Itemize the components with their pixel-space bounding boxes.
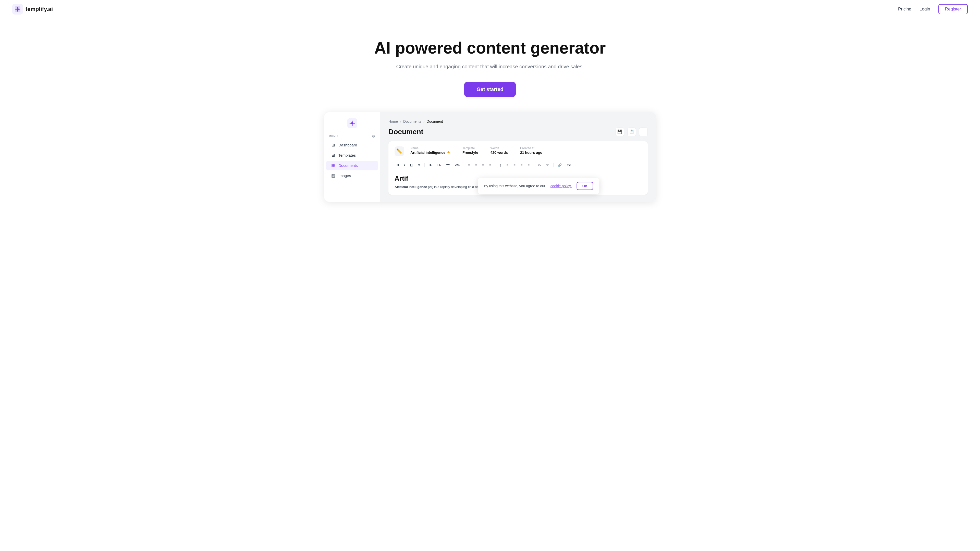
toolbar-quote[interactable]: ❝❝	[444, 162, 452, 168]
documents-icon: ▦	[331, 163, 335, 168]
doc-actions: 💾 📋 ⋯	[616, 127, 648, 136]
toolbar-list-ol[interactable]: ≡	[473, 162, 479, 168]
doc-title: Document	[388, 128, 423, 136]
hero-subtitle: Create unique and engaging content that …	[12, 64, 968, 70]
sidebar: MENU ⚙ ⊞ Dashboard ⊞ Templates ▦ Documen…	[324, 112, 380, 202]
toolbar-strikethrough[interactable]: G	[415, 162, 422, 168]
breadcrumb-home[interactable]: Home	[388, 119, 398, 124]
toolbar-h1[interactable]: H₁	[427, 162, 434, 168]
doc-created-value: 21 hours ago	[520, 151, 542, 155]
sidebar-item-images[interactable]: ▨ Images	[326, 171, 378, 181]
toolbar-align-j[interactable]: ≡	[511, 162, 517, 168]
doc-meta-fields: Name Artificial intelligence ★ Template …	[410, 146, 641, 155]
toolbar-indent[interactable]: ≡	[519, 162, 525, 168]
pricing-link[interactable]: Pricing	[898, 6, 912, 12]
app-preview-wrapper: MENU ⚙ ⊞ Dashboard ⊞ Templates ▦ Documen…	[0, 112, 980, 218]
sidebar-item-dashboard[interactable]: ⊞ Dashboard	[326, 140, 378, 150]
doc-created-field: Created at 21 hours ago	[520, 146, 542, 155]
main-content: Home › Documents › Document Document 💾 📋…	[380, 112, 656, 202]
doc-words-value: 420 words	[490, 151, 508, 155]
toolbar-bold[interactable]: B	[395, 162, 401, 168]
svg-point-2	[17, 8, 19, 10]
editor-toolbar: B I U G H₁ H₂ ❝❝ </> ≡ ≡ ≡ ≡ ¶ ≡	[395, 160, 641, 171]
doc-meta-icon: ✏️	[395, 146, 404, 156]
doc-words-label: Words	[490, 146, 508, 150]
doc-template-value: Freestyle	[463, 151, 478, 155]
breadcrumb: Home › Documents › Document	[388, 119, 648, 124]
toolbar-link[interactable]: 🔗	[555, 162, 564, 168]
cookie-message: By using this website, you agree to our	[484, 184, 545, 188]
doc-name-field: Name Artificial intelligence ★	[410, 146, 450, 155]
breadcrumb-sep-1: ›	[400, 119, 401, 124]
sidebar-item-label-documents: Documents	[339, 163, 358, 168]
toolbar-underline[interactable]: U	[408, 162, 414, 168]
doc-created-label: Created at	[520, 146, 542, 150]
doc-meta: ✏️ Name Artificial intelligence ★ Templa…	[395, 146, 641, 156]
register-button[interactable]: Register	[939, 4, 968, 14]
cookie-banner: By using this website, you agree to our …	[478, 178, 599, 194]
toolbar-outdent[interactable]: ≡	[526, 162, 532, 168]
toolbar-paragraph[interactable]: ¶	[497, 162, 503, 168]
doc-words-field: Words 420 words	[490, 146, 508, 155]
breadcrumb-documents[interactable]: Documents	[403, 119, 422, 124]
editor-para-text: (AI) is a rapidly developing field of	[428, 185, 479, 189]
toolbar-divider-2	[464, 163, 464, 167]
doc-header: Document 💾 📋 ⋯	[388, 127, 648, 136]
logo-text: templify.ai	[25, 6, 53, 13]
breadcrumb-sep-2: ›	[423, 119, 425, 124]
sidebar-logo	[324, 118, 380, 128]
login-link[interactable]: Login	[920, 6, 930, 12]
get-started-button[interactable]: Get started	[464, 82, 516, 97]
app-preview: MENU ⚙ ⊞ Dashboard ⊞ Templates ▦ Documen…	[324, 112, 656, 202]
copy-icon-button[interactable]: 📋	[627, 127, 636, 136]
menu-settings-icon[interactable]: ⚙	[372, 134, 375, 138]
cookie-policy-link[interactable]: cookie policy.	[550, 184, 572, 188]
dashboard-icon: ⊞	[331, 143, 335, 148]
editor-para-bold: Artificial Intelligence	[395, 185, 427, 189]
navbar: templify.ai Pricing Login Register	[0, 0, 980, 18]
save-icon-button[interactable]: 💾	[616, 127, 624, 136]
toolbar-h2[interactable]: H₂	[435, 162, 443, 168]
templates-icon: ⊞	[331, 153, 335, 158]
toolbar-superscript[interactable]: x²	[544, 162, 551, 168]
menu-label: MENU	[329, 135, 338, 138]
doc-name-value: Artificial intelligence ★	[410, 151, 450, 155]
toolbar-clear-format[interactable]: T×	[565, 162, 573, 168]
toolbar-code[interactable]: </>	[453, 162, 462, 168]
toolbar-divider-5	[553, 163, 554, 167]
svg-point-4	[351, 122, 353, 124]
sidebar-item-documents[interactable]: ▦ Documents	[326, 161, 378, 170]
doc-template-label: Template	[463, 146, 478, 150]
toolbar-align-c[interactable]: ≡	[504, 162, 511, 168]
star-icon: ★	[447, 151, 450, 155]
cookie-ok-button[interactable]: OK	[577, 182, 593, 190]
sidebar-menu-header: MENU ⚙	[324, 134, 380, 140]
toolbar-align-right[interactable]: ≡	[487, 162, 493, 168]
more-icon-button[interactable]: ⋯	[639, 127, 648, 136]
toolbar-subscript[interactable]: x₂	[536, 162, 543, 168]
hero-section: AI powered content generator Create uniq…	[0, 18, 980, 112]
toolbar-align-left[interactable]: ≡	[480, 162, 486, 168]
logo-icon	[12, 4, 23, 14]
navbar-right: Pricing Login Register	[898, 4, 968, 14]
breadcrumb-current: Document	[427, 119, 443, 124]
toolbar-list-ul[interactable]: ≡	[466, 162, 472, 168]
toolbar-italic[interactable]: I	[402, 162, 407, 168]
toolbar-divider-3	[495, 163, 495, 167]
logo-link[interactable]: templify.ai	[12, 4, 53, 14]
sidebar-item-label-dashboard: Dashboard	[339, 143, 357, 147]
doc-template-field: Template Freestyle	[463, 146, 478, 155]
hero-title: AI powered content generator	[12, 39, 968, 58]
sidebar-item-templates[interactable]: ⊞ Templates	[326, 151, 378, 160]
sidebar-item-label-templates: Templates	[339, 153, 356, 157]
doc-name-label: Name	[410, 146, 450, 150]
sidebar-logo-icon	[347, 118, 357, 128]
sidebar-item-label-images: Images	[339, 173, 351, 178]
images-icon: ▨	[331, 173, 335, 178]
